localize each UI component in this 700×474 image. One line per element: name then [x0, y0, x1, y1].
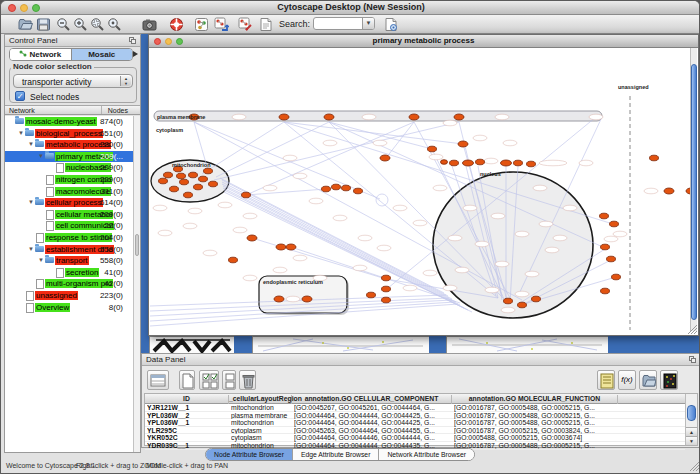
tab-overflow-arrow[interactable]: [133, 51, 138, 57]
tree-row[interactable]: primary metabo209(...: [5, 151, 133, 163]
tree-row[interactable]: cell communicat22(0): [5, 220, 133, 232]
column-network[interactable]: Network: [9, 107, 35, 114]
import-attributes-button[interactable]: [639, 370, 657, 390]
configure-search-icon[interactable]: [384, 17, 399, 32]
scroll-up-arrow[interactable]: ▲: [686, 427, 697, 436]
file-icon: [55, 268, 65, 276]
create-network-view-icon[interactable]: [214, 17, 229, 32]
scrollbar-thumb[interactable]: [687, 405, 696, 421]
column-molecular-function[interactable]: annotation.GO MOLECULAR_FUNCTION: [452, 395, 618, 404]
network-view-window[interactable]: primary metabolic process: [148, 34, 699, 336]
table-row[interactable]: YJR121W__1mitochondrion[GO:0045267, GO:0…: [145, 404, 685, 412]
matrix-view-button[interactable]: [660, 370, 678, 390]
tree-row[interactable]: cellular process614(0): [5, 197, 133, 209]
float-panel-icon[interactable]: [129, 37, 137, 45]
background-window-sliver[interactable]: [446, 336, 608, 353]
tree-row[interactable]: macromolecule311(0): [5, 186, 133, 198]
tree-row[interactable]: multi-organism pro42(0): [5, 278, 133, 290]
file-icon: [35, 233, 45, 241]
select-all-attributes-button[interactable]: [199, 370, 219, 390]
nucleus-region: [433, 172, 593, 318]
delete-attributes-button[interactable]: [239, 370, 256, 390]
select-attributes-button[interactable]: [147, 370, 169, 390]
network-tree-header[interactable]: Network Nodes: [5, 105, 140, 115]
vizmapper-icon[interactable]: [194, 17, 209, 32]
column-id[interactable]: ID: [145, 395, 229, 404]
attribute-editor-button[interactable]: [597, 370, 615, 390]
tree-row[interactable]: transport558(0): [5, 255, 133, 267]
folder-icon: [15, 117, 25, 125]
expand-arrow-icon[interactable]: [27, 139, 35, 151]
table-row[interactable]: YLR295Ccytoplasm[GO:0045263, GO:0044464,…: [145, 427, 685, 435]
tree-scrollbar[interactable]: [133, 116, 140, 452]
zoom-in-icon[interactable]: [73, 17, 88, 32]
network-window-titlebar[interactable]: primary metabolic process: [149, 35, 698, 48]
app-titlebar[interactable]: Cytoscape Desktop (New Session): [1, 1, 700, 15]
tree-row[interactable]: cellular metabol209(0): [5, 209, 133, 221]
tree-row[interactable]: Overview8(0): [5, 302, 133, 314]
tree-row[interactable]: unassigned223(0): [5, 290, 133, 302]
canvas-vertical-scrollbar[interactable]: [690, 48, 697, 331]
help-icon[interactable]: [169, 17, 184, 32]
expand-arrow-icon[interactable]: [27, 197, 35, 209]
column-nodes[interactable]: Nodes: [108, 107, 128, 114]
tab-network[interactable]: Network: [10, 49, 71, 60]
tree-row[interactable]: nitrogen compo209(0): [5, 174, 133, 186]
expand-arrow-icon[interactable]: [27, 244, 35, 256]
save-icon[interactable]: [36, 17, 51, 32]
table-scrollbar[interactable]: ▲ ▼: [685, 394, 697, 445]
control-panel-tabbar: Network Mosaic: [9, 48, 133, 61]
column-region[interactable]: _cellularLayoutRegion: [229, 395, 292, 404]
file-icon: [45, 175, 55, 183]
unselect-all-attributes-button[interactable]: [222, 370, 236, 390]
folder-icon: [45, 152, 55, 160]
attribute-table: ID _cellularLayoutRegion annotation.GO C…: [144, 393, 698, 446]
tree-row[interactable]: secretion41(0): [5, 267, 133, 279]
tree-row[interactable]: establishment of lo558(0): [5, 244, 133, 256]
table-row[interactable]: YPL036W__1mitochondrion[GO:0044464, GO:0…: [145, 419, 685, 427]
snapshot-icon[interactable]: [142, 17, 157, 32]
tree-row[interactable]: metabolic process280(0): [5, 139, 133, 151]
select-nodes-checkbox[interactable]: [15, 91, 25, 101]
expand-arrow-icon[interactable]: [37, 151, 45, 163]
zoom-out-icon[interactable]: [56, 17, 71, 32]
data-panel: Data Panel f(x) ID _cellularLayoutRegion…: [141, 353, 700, 448]
scrollbar-thumb[interactable]: [135, 234, 139, 256]
create-new-attribute-button[interactable]: [179, 370, 195, 390]
float-panel-icon[interactable]: [689, 356, 697, 364]
annotation-icon[interactable]: [259, 17, 274, 32]
file-icon: [55, 163, 65, 171]
scrollbar-thumb[interactable]: [691, 64, 697, 320]
app-resize-grip[interactable]: [689, 461, 700, 472]
tree-row[interactable]: nucleobase-209(0): [5, 162, 133, 174]
function-builder-button[interactable]: f(x): [618, 370, 636, 390]
tab-mosaic-label: Mosaic: [88, 50, 115, 59]
zoom-fit-icon[interactable]: [107, 17, 122, 32]
node-color-dropdown[interactable]: transporter activity ▲▼: [13, 74, 133, 88]
search-input[interactable]: ▼: [313, 17, 375, 30]
zoom-selected-region-icon[interactable]: [90, 17, 105, 32]
expand-arrow-icon[interactable]: [17, 128, 25, 140]
search-dropdown-button[interactable]: ▼: [362, 18, 374, 29]
background-window-sliver[interactable]: [252, 336, 429, 353]
mdi-desktop: primary metabolic process: [141, 34, 699, 353]
background-network-scribble: [253, 337, 429, 353]
control-panel: Control Panel Network Mosaic Node color …: [4, 34, 141, 453]
tree-row[interactable]: biological_process651(0): [5, 128, 133, 140]
table-row[interactable]: YKR052Ccytoplasm[GO:0044464, GO:0044446,…: [145, 434, 685, 442]
column-cellular-component[interactable]: annotation.GO CELLULAR_COMPONENT: [292, 395, 452, 404]
tree-row[interactable]: response to stimul264(0): [5, 232, 133, 244]
mitochondrion-label: mitochondrion: [172, 162, 211, 168]
open-icon[interactable]: [18, 17, 33, 32]
expand-arrow-icon[interactable]: [37, 255, 45, 267]
folder-icon: [35, 245, 45, 253]
tree-row[interactable]: mosaic-demo-yeast874(0): [5, 116, 133, 128]
file-icon: [45, 187, 55, 195]
scroll-down-arrow[interactable]: ▼: [686, 436, 697, 445]
window-resize-grip[interactable]: [686, 324, 698, 335]
tab-mosaic[interactable]: Mosaic: [71, 49, 133, 60]
destroy-network-view-icon[interactable]: [238, 17, 253, 32]
background-window-sliver[interactable]: [149, 336, 234, 353]
table-row[interactable]: YPL036W__2plasma membrane[GO:0044464, GO…: [145, 412, 685, 420]
network-canvas[interactable]: plasma membrane cytoplasm mitochondrion …: [150, 48, 691, 332]
